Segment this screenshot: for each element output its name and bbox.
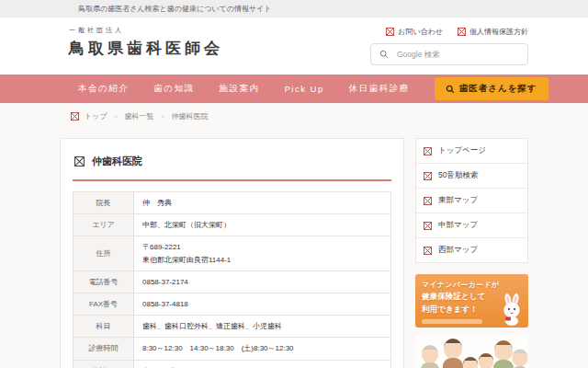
lifestage-course-banner[interactable]: ライフステージ別 歯科保健講座: [415, 335, 528, 368]
contact-link[interactable]: お問い合わせ: [386, 27, 443, 37]
search-input[interactable]: [395, 49, 519, 60]
detail-row: 休診日 木、日、祝日: [74, 360, 391, 368]
sidebar-menu: トップページ 50音順検索 東部マップ 中部マップ: [415, 138, 528, 263]
detail-value: 0858-37-4818: [134, 293, 391, 315]
nav-item[interactable]: 施設案内: [219, 83, 259, 95]
detail-label: 住所: [74, 236, 134, 270]
breadcrumb-separator: ＞: [113, 112, 119, 121]
clinic-detail-table: 院長 仲 秀典 エリア 中部、北栄町（旧大栄町） 住所 〒689-2221 東伯…: [73, 191, 391, 368]
search-icon: [446, 85, 455, 94]
find-dentist-button-label: 歯医者さんを探す: [459, 83, 537, 95]
breadcrumb-home[interactable]: トップ: [85, 111, 107, 121]
privacy-policy-link[interactable]: 個人情報保護方針: [458, 27, 528, 37]
org-type-label: 一般社団法人: [69, 26, 223, 35]
find-dentist-button[interactable]: 歯医者さんを探す: [435, 77, 548, 100]
detail-row: 電話番号 0858-37-2174: [74, 270, 391, 293]
detail-label: 電話番号: [74, 270, 134, 293]
detail-value: 中部、北栄町（旧大栄町）: [134, 214, 391, 236]
myna-insurance-banner[interactable]: マイナンバーカードが 健康保険証として 利用できます！: [415, 274, 528, 328]
detail-row: 院長 仲 秀典: [74, 192, 391, 214]
detail-value: 木、日、祝日: [134, 360, 391, 368]
breadcrumb-separator: ＞: [160, 112, 166, 121]
site-description-bar: 鳥取県の歯医者さん検索と歯の健康についての情報サイト: [0, 0, 588, 17]
breadcrumb-bar: トップ ＞ 歯科一覧 ＞ 仲歯科医院: [0, 103, 588, 129]
site-title: 鳥取県歯科医師会: [69, 38, 223, 59]
nav-item[interactable]: 歯の知識: [153, 83, 194, 95]
detail-row: FAX番号 0858-37-4818: [74, 293, 391, 315]
detail-row: 住所 〒689-2221 東伯郡北栄町由良宿1144-1: [74, 236, 391, 270]
site-search-box[interactable]: [370, 43, 528, 65]
broken-image-icon: [458, 28, 466, 36]
breadcrumb-list[interactable]: 歯科一覧: [125, 111, 154, 121]
broken-image-icon: [424, 222, 432, 230]
detail-label: 診療時間: [74, 338, 134, 360]
broken-image-icon: [71, 112, 79, 121]
nav-item[interactable]: 本会の紹介: [78, 83, 129, 95]
sidebar-menu-label: 東部マップ: [438, 195, 478, 206]
sidebar-menu-item[interactable]: トップページ: [416, 139, 527, 164]
banner-caption-strip: [422, 319, 482, 324]
contact-link-label: お問い合わせ: [398, 27, 443, 37]
broken-image-icon: [424, 247, 432, 255]
detail-row: エリア 中部、北栄町（旧大栄町）: [74, 214, 391, 236]
detail-label: FAX番号: [74, 293, 134, 315]
nav-item[interactable]: 休日歯科診療: [349, 83, 410, 95]
sidebar-menu-item[interactable]: 西部マップ: [416, 238, 527, 262]
nav-item[interactable]: Pick Up: [284, 84, 323, 94]
sidebar-menu-label: 50音順検索: [438, 170, 478, 181]
detail-row: 科目 歯科、歯科口腔外科、矯正歯科、小児歯科: [74, 316, 391, 338]
sidebar: トップページ 50音順検索 東部マップ 中部マップ: [415, 138, 528, 368]
broken-image-icon: [424, 172, 432, 180]
header: 一般社団法人 鳥取県歯科医師会 お問い合わせ 個人情報保護方針: [0, 17, 588, 75]
detail-value: 仲 秀典: [134, 192, 391, 214]
banner-text: マイナンバーカードが: [422, 280, 522, 290]
clinic-name-title: 仲歯科医院: [92, 155, 142, 168]
privacy-policy-label: 個人情報保護方針: [469, 27, 528, 37]
sidebar-menu-item[interactable]: 中部マップ: [416, 213, 527, 238]
broken-image-icon: [424, 147, 432, 155]
detail-value: 8:30～12:30 14:30～18:30 (土)8:30～12:30: [134, 338, 391, 360]
breadcrumb-current: 仲歯科医院: [172, 111, 209, 121]
main-navigation: 本会の紹介 歯の知識 施設案内 Pick Up 休日歯科診療 歯医者さんを探す: [0, 75, 588, 103]
detail-value: 0858-37-2174: [134, 270, 391, 293]
broken-image-icon: [424, 197, 432, 205]
site-logo[interactable]: 一般社団法人 鳥取県歯科医師会: [69, 26, 223, 65]
search-icon: [379, 50, 389, 59]
detail-label: 休診日: [74, 360, 134, 368]
site-description: 鳥取県の歯医者さん検索と歯の健康についての情報サイト: [60, 0, 528, 17]
family-illustration: [415, 335, 528, 368]
sidebar-menu-label: トップページ: [438, 145, 486, 156]
broken-image-icon: [74, 156, 85, 167]
main-content: 仲歯科医院 院長 仲 秀典 エリア 中部、北栄町（旧大栄町）: [0, 129, 588, 368]
breadcrumb: トップ ＞ 歯科一覧 ＞ 仲歯科医院: [60, 103, 528, 129]
sidebar-menu-item[interactable]: 50音順検索: [416, 164, 527, 189]
clinic-detail-card: 仲歯科医院 院長 仲 秀典 エリア 中部、北栄町（旧大栄町）: [60, 138, 404, 368]
detail-label: エリア: [74, 214, 134, 236]
detail-row: 診療時間 8:30～12:30 14:30～18:30 (土)8:30～12:3…: [74, 338, 391, 360]
sidebar-menu-label: 中部マップ: [438, 220, 478, 231]
sidebar-menu-label: 西部マップ: [438, 245, 478, 256]
detail-value: 〒689-2221 東伯郡北栄町由良宿1144-1: [134, 236, 391, 270]
sidebar-menu-item[interactable]: 東部マップ: [416, 189, 527, 213]
broken-image-icon: [386, 28, 394, 36]
detail-label: 院長: [74, 192, 134, 214]
myna-rabbit-mascot-icon: [498, 293, 526, 326]
detail-label: 科目: [74, 316, 134, 338]
clinic-title-row: 仲歯科医院: [73, 150, 391, 181]
detail-value: 歯科、歯科口腔外科、矯正歯科、小児歯科: [134, 316, 391, 338]
